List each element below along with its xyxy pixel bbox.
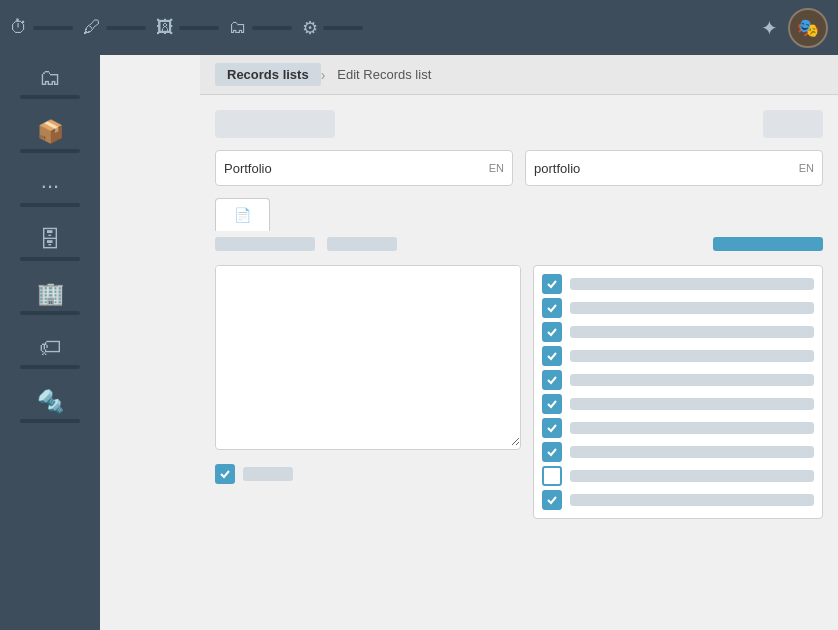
list-item (542, 322, 814, 342)
top-label-right (763, 110, 823, 138)
topbar-item-4[interactable]: 🗂 (229, 17, 292, 38)
sidebar-icon-1: 🗂 (39, 65, 61, 91)
section-label-mid (327, 237, 397, 251)
main-content: Records lists › Edit Records list EN EN (200, 55, 838, 630)
checkbox-list (533, 265, 823, 519)
sidebar-label-6 (20, 365, 80, 369)
sidebar-icon-5: 🏢 (37, 281, 64, 307)
avatar[interactable]: 🎭 (788, 8, 828, 48)
name-input-group: EN (215, 150, 513, 186)
checkbox-item-2[interactable] (542, 322, 562, 342)
topbar-item-1[interactable]: ⏱ (10, 17, 73, 38)
settings-icon: ⚙ (302, 17, 318, 39)
checkbox-item-0[interactable] (542, 274, 562, 294)
checkbox-item-7[interactable] (542, 442, 562, 462)
edit-icon: 🖊 (83, 17, 101, 38)
list-item (542, 490, 814, 510)
checkbox-item-label-6 (570, 422, 814, 434)
breadcrumb: Records lists › Edit Records list (200, 55, 838, 95)
breadcrumb-parent[interactable]: Records lists (215, 63, 321, 86)
topbar-item-5[interactable]: ⚙ (302, 17, 363, 39)
list-item (542, 274, 814, 294)
sidebar-label-7 (20, 419, 80, 423)
col-right (533, 265, 823, 519)
top-label-left (215, 110, 335, 138)
checkbox-item-label-2 (570, 326, 814, 338)
checkbox-item-label-0 (570, 278, 814, 290)
section-label-left (215, 237, 315, 251)
sidebar-icon-4: 🗄 (39, 227, 61, 253)
list-item (542, 466, 814, 486)
col-left (215, 265, 521, 519)
topbar-label-4 (252, 26, 292, 30)
list-item (542, 418, 814, 438)
topbar-item-3[interactable]: 🖼 (156, 17, 219, 38)
topbar: ⏱ 🖊 🖼 🗂 ⚙ ✦ 🎭 (0, 0, 838, 55)
sidebar-label-2 (20, 149, 80, 153)
section-label-right (713, 237, 823, 251)
image-icon: 🖼 (156, 17, 174, 38)
main-checkbox-label (243, 467, 293, 481)
sidebar-item-2[interactable]: 📦 (0, 109, 100, 163)
checkbox-item-9[interactable] (542, 490, 562, 510)
sidebar-item-6[interactable]: 🏷 (0, 325, 100, 379)
sidebar-label-5 (20, 311, 80, 315)
name-input[interactable] (224, 161, 484, 176)
list-item (542, 442, 814, 462)
slug-input[interactable] (534, 161, 794, 176)
checkbox-item-6[interactable] (542, 418, 562, 438)
checkbox-item-label-9 (570, 494, 814, 506)
checkbox-item-4[interactable] (542, 370, 562, 390)
checkbox-item-label-1 (570, 302, 814, 314)
checkbox-item-label-8 (570, 470, 814, 482)
sidebar-item-1[interactable]: 🗂 (0, 55, 100, 109)
checkbox-item-label-3 (570, 350, 814, 362)
tab-active[interactable]: 📄 (215, 198, 270, 231)
slug-input-group: EN (525, 150, 823, 186)
sidebar-label-4 (20, 257, 80, 261)
list-item (542, 298, 814, 318)
name-lang-badge: EN (489, 162, 504, 174)
sidebar-icon-3: ··· (41, 173, 59, 199)
sidebar-item-4[interactable]: 🗄 (0, 217, 100, 271)
folder-icon: 🗂 (229, 17, 247, 38)
topbar-item-2[interactable]: 🖊 (83, 17, 146, 38)
sidebar-item-3[interactable]: ··· (0, 163, 100, 217)
main-checkbox-row (215, 464, 521, 484)
two-col-layout (215, 265, 823, 519)
tab-icon: 📄 (234, 207, 251, 223)
topbar-label-2 (106, 26, 146, 30)
description-textarea-wrap (215, 265, 521, 450)
checkbox-item-8[interactable] (542, 466, 562, 486)
topbar-label-3 (179, 26, 219, 30)
sidebar-label-1 (20, 95, 80, 99)
checkbox-item-label-4 (570, 374, 814, 386)
list-item (542, 346, 814, 366)
checkbox-item-label-5 (570, 398, 814, 410)
checkbox-item-1[interactable] (542, 298, 562, 318)
sidebar-label-3 (20, 203, 80, 207)
slug-lang-badge: EN (799, 162, 814, 174)
sidebar-icon-7: 🔩 (37, 389, 64, 415)
name-slug-row: EN EN (215, 150, 823, 186)
checkbox-item-3[interactable] (542, 346, 562, 366)
diamond-icon[interactable]: ✦ (761, 16, 778, 40)
list-item (542, 394, 814, 414)
top-label-row (215, 110, 823, 138)
sidebar-item-7[interactable]: 🔩 (0, 379, 100, 433)
section-labels-row (215, 231, 823, 257)
form-content: EN EN 📄 (200, 95, 838, 630)
main-checkbox[interactable] (215, 464, 235, 484)
topbar-label-1 (33, 26, 73, 30)
breadcrumb-current: Edit Records list (325, 63, 443, 86)
list-item (542, 370, 814, 390)
description-textarea[interactable] (216, 266, 520, 446)
checkbox-item-5[interactable] (542, 394, 562, 414)
topbar-label-5 (323, 26, 363, 30)
sidebar: 🗂 📦 ··· 🗄 🏢 🏷 🔩 (0, 0, 100, 630)
sidebar-icon-6: 🏷 (39, 335, 61, 361)
sidebar-icon-2: 📦 (37, 119, 64, 145)
sidebar-item-5[interactable]: 🏢 (0, 271, 100, 325)
checkbox-item-label-7 (570, 446, 814, 458)
tab-bar: 📄 (215, 198, 823, 231)
